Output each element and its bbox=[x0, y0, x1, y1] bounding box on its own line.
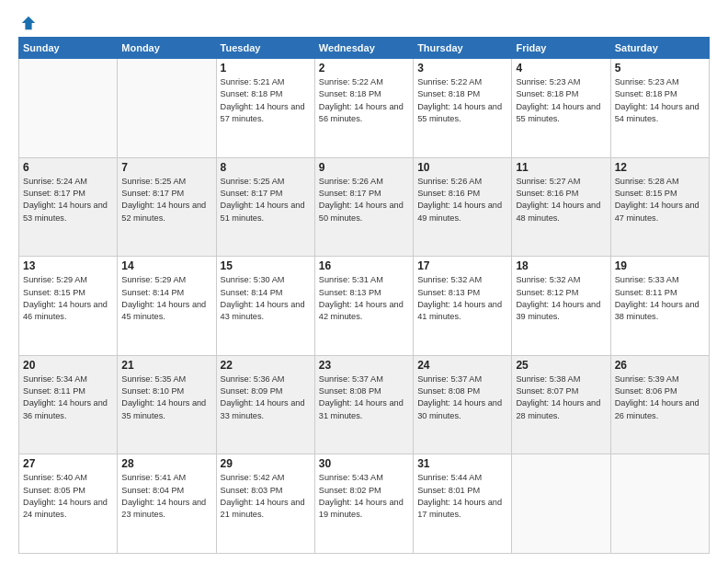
day-info: Sunrise: 5:35 AM Sunset: 8:10 PM Dayligh… bbox=[121, 373, 211, 422]
calendar-cell: 20Sunrise: 5:34 AM Sunset: 8:11 PM Dayli… bbox=[19, 355, 118, 454]
calendar-cell: 7Sunrise: 5:25 AM Sunset: 8:17 PM Daylig… bbox=[118, 157, 216, 257]
day-number: 5 bbox=[615, 62, 705, 75]
day-number: 13 bbox=[23, 259, 113, 272]
weekday-header-saturday: Saturday bbox=[610, 38, 709, 59]
weekday-header-monday: Monday bbox=[118, 38, 216, 59]
day-info: Sunrise: 5:23 AM Sunset: 8:18 PM Dayligh… bbox=[516, 76, 606, 125]
calendar-cell: 17Sunrise: 5:32 AM Sunset: 8:13 PM Dayli… bbox=[414, 257, 512, 356]
day-number: 27 bbox=[23, 457, 113, 470]
day-info: Sunrise: 5:27 AM Sunset: 8:16 PM Dayligh… bbox=[516, 176, 606, 224]
calendar-week-row: 1Sunrise: 5:21 AM Sunset: 8:18 PM Daylig… bbox=[19, 59, 710, 158]
day-number: 14 bbox=[121, 259, 211, 272]
day-number: 6 bbox=[23, 161, 113, 174]
day-info: Sunrise: 5:24 AM Sunset: 8:17 PM Dayligh… bbox=[23, 176, 113, 224]
calendar-cell bbox=[118, 59, 216, 158]
calendar-cell: 26Sunrise: 5:39 AM Sunset: 8:06 PM Dayli… bbox=[610, 355, 709, 454]
day-info: Sunrise: 5:26 AM Sunset: 8:17 PM Dayligh… bbox=[319, 176, 409, 224]
weekday-header-wednesday: Wednesday bbox=[314, 38, 413, 59]
logo bbox=[18, 15, 37, 28]
day-info: Sunrise: 5:37 AM Sunset: 8:08 PM Dayligh… bbox=[417, 373, 507, 422]
day-info: Sunrise: 5:42 AM Sunset: 8:03 PM Dayligh… bbox=[221, 472, 311, 521]
calendar-cell: 2Sunrise: 5:22 AM Sunset: 8:18 PM Daylig… bbox=[314, 59, 413, 158]
calendar-cell bbox=[19, 59, 118, 158]
day-number: 4 bbox=[516, 62, 606, 75]
day-info: Sunrise: 5:33 AM Sunset: 8:11 PM Dayligh… bbox=[615, 274, 705, 323]
calendar-cell: 29Sunrise: 5:42 AM Sunset: 8:03 PM Dayli… bbox=[216, 454, 314, 554]
day-info: Sunrise: 5:41 AM Sunset: 8:04 PM Dayligh… bbox=[121, 472, 211, 521]
calendar-cell: 24Sunrise: 5:37 AM Sunset: 8:08 PM Dayli… bbox=[414, 355, 512, 454]
day-number: 2 bbox=[319, 62, 409, 75]
calendar-cell: 10Sunrise: 5:26 AM Sunset: 8:16 PM Dayli… bbox=[414, 157, 512, 257]
day-number: 31 bbox=[417, 457, 507, 470]
weekday-header-friday: Friday bbox=[512, 38, 610, 59]
day-number: 15 bbox=[221, 259, 311, 272]
day-info: Sunrise: 5:31 AM Sunset: 8:13 PM Dayligh… bbox=[319, 274, 409, 323]
weekday-header-sunday: Sunday bbox=[19, 38, 118, 59]
calendar-cell: 4Sunrise: 5:23 AM Sunset: 8:18 PM Daylig… bbox=[512, 59, 610, 158]
day-info: Sunrise: 5:36 AM Sunset: 8:09 PM Dayligh… bbox=[221, 373, 311, 422]
calendar-table: SundayMondayTuesdayWednesdayThursdayFrid… bbox=[18, 37, 710, 554]
day-number: 23 bbox=[319, 359, 409, 372]
calendar-cell: 25Sunrise: 5:38 AM Sunset: 8:07 PM Dayli… bbox=[512, 355, 610, 454]
calendar-cell: 3Sunrise: 5:22 AM Sunset: 8:18 PM Daylig… bbox=[414, 59, 512, 158]
logo-icon bbox=[20, 15, 37, 31]
day-info: Sunrise: 5:34 AM Sunset: 8:11 PM Dayligh… bbox=[23, 373, 113, 422]
day-info: Sunrise: 5:30 AM Sunset: 8:14 PM Dayligh… bbox=[221, 274, 311, 323]
day-info: Sunrise: 5:43 AM Sunset: 8:02 PM Dayligh… bbox=[319, 472, 409, 521]
calendar-cell: 5Sunrise: 5:23 AM Sunset: 8:18 PM Daylig… bbox=[610, 59, 709, 158]
day-info: Sunrise: 5:29 AM Sunset: 8:14 PM Dayligh… bbox=[121, 274, 211, 323]
day-info: Sunrise: 5:22 AM Sunset: 8:18 PM Dayligh… bbox=[417, 76, 507, 125]
day-number: 18 bbox=[516, 259, 606, 272]
calendar-cell bbox=[512, 454, 610, 554]
day-info: Sunrise: 5:32 AM Sunset: 8:12 PM Dayligh… bbox=[516, 274, 606, 323]
day-number: 8 bbox=[221, 161, 311, 174]
day-info: Sunrise: 5:39 AM Sunset: 8:06 PM Dayligh… bbox=[615, 373, 705, 422]
day-info: Sunrise: 5:29 AM Sunset: 8:15 PM Dayligh… bbox=[23, 274, 113, 323]
calendar-cell: 15Sunrise: 5:30 AM Sunset: 8:14 PM Dayli… bbox=[216, 257, 314, 356]
day-info: Sunrise: 5:37 AM Sunset: 8:08 PM Dayligh… bbox=[319, 373, 409, 422]
calendar-cell bbox=[610, 454, 709, 554]
calendar-cell: 6Sunrise: 5:24 AM Sunset: 8:17 PM Daylig… bbox=[19, 157, 118, 257]
calendar-cell: 28Sunrise: 5:41 AM Sunset: 8:04 PM Dayli… bbox=[118, 454, 216, 554]
weekday-header-row: SundayMondayTuesdayWednesdayThursdayFrid… bbox=[19, 38, 710, 59]
svg-marker-0 bbox=[22, 17, 35, 29]
day-number: 1 bbox=[221, 62, 311, 75]
calendar-cell: 13Sunrise: 5:29 AM Sunset: 8:15 PM Dayli… bbox=[19, 257, 118, 356]
calendar-cell: 1Sunrise: 5:21 AM Sunset: 8:18 PM Daylig… bbox=[216, 59, 314, 158]
day-number: 30 bbox=[319, 457, 409, 470]
day-number: 10 bbox=[417, 161, 507, 174]
day-number: 16 bbox=[319, 259, 409, 272]
weekday-header-thursday: Thursday bbox=[414, 38, 512, 59]
calendar-week-row: 13Sunrise: 5:29 AM Sunset: 8:15 PM Dayli… bbox=[19, 257, 710, 356]
weekday-header-tuesday: Tuesday bbox=[216, 38, 314, 59]
day-info: Sunrise: 5:40 AM Sunset: 8:05 PM Dayligh… bbox=[23, 472, 113, 521]
day-number: 9 bbox=[319, 161, 409, 174]
calendar-cell: 23Sunrise: 5:37 AM Sunset: 8:08 PM Dayli… bbox=[314, 355, 413, 454]
calendar-cell: 11Sunrise: 5:27 AM Sunset: 8:16 PM Dayli… bbox=[512, 157, 610, 257]
day-number: 26 bbox=[615, 359, 705, 372]
day-info: Sunrise: 5:38 AM Sunset: 8:07 PM Dayligh… bbox=[516, 373, 606, 422]
day-number: 11 bbox=[516, 161, 606, 174]
day-number: 3 bbox=[417, 62, 507, 75]
day-info: Sunrise: 5:25 AM Sunset: 8:17 PM Dayligh… bbox=[121, 176, 211, 224]
calendar-cell: 8Sunrise: 5:25 AM Sunset: 8:17 PM Daylig… bbox=[216, 157, 314, 257]
calendar-cell: 14Sunrise: 5:29 AM Sunset: 8:14 PM Dayli… bbox=[118, 257, 216, 356]
day-info: Sunrise: 5:44 AM Sunset: 8:01 PM Dayligh… bbox=[417, 472, 507, 521]
calendar-week-row: 20Sunrise: 5:34 AM Sunset: 8:11 PM Dayli… bbox=[19, 355, 710, 454]
day-info: Sunrise: 5:22 AM Sunset: 8:18 PM Dayligh… bbox=[319, 76, 409, 125]
day-number: 24 bbox=[417, 359, 507, 372]
day-number: 19 bbox=[615, 259, 705, 272]
calendar-cell: 9Sunrise: 5:26 AM Sunset: 8:17 PM Daylig… bbox=[314, 157, 413, 257]
day-number: 28 bbox=[121, 457, 211, 470]
calendar-cell: 21Sunrise: 5:35 AM Sunset: 8:10 PM Dayli… bbox=[118, 355, 216, 454]
calendar-week-row: 27Sunrise: 5:40 AM Sunset: 8:05 PM Dayli… bbox=[19, 454, 710, 554]
day-info: Sunrise: 5:23 AM Sunset: 8:18 PM Dayligh… bbox=[615, 76, 705, 125]
calendar-cell: 12Sunrise: 5:28 AM Sunset: 8:15 PM Dayli… bbox=[610, 157, 709, 257]
day-number: 22 bbox=[221, 359, 311, 372]
day-info: Sunrise: 5:26 AM Sunset: 8:16 PM Dayligh… bbox=[417, 176, 507, 224]
calendar-cell: 30Sunrise: 5:43 AM Sunset: 8:02 PM Dayli… bbox=[314, 454, 413, 554]
day-number: 7 bbox=[121, 161, 211, 174]
day-number: 12 bbox=[615, 161, 705, 174]
day-info: Sunrise: 5:28 AM Sunset: 8:15 PM Dayligh… bbox=[615, 176, 705, 224]
day-info: Sunrise: 5:32 AM Sunset: 8:13 PM Dayligh… bbox=[417, 274, 507, 323]
